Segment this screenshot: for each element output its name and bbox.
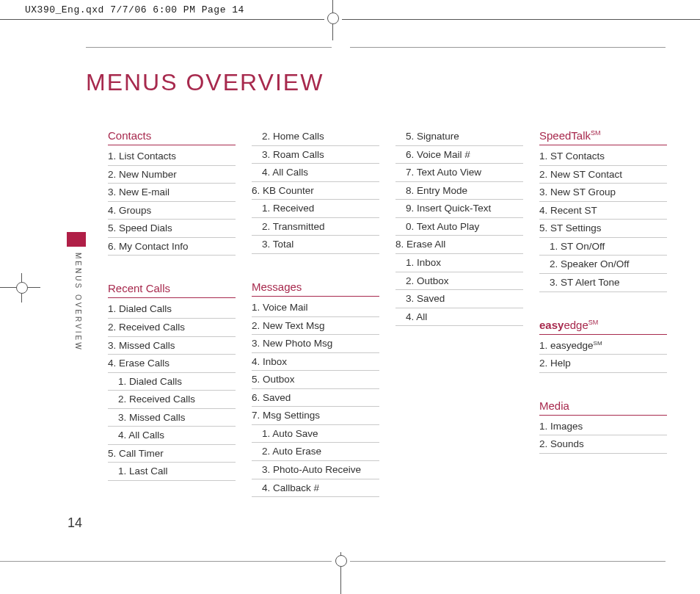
list-item: 5. Call Timer [108,445,236,463]
list-item: 2. Help [539,355,667,373]
easyedge-bold: easy [539,319,564,331]
list-subitem: 4. All [395,308,523,327]
list-subitem: 1. Dialed Calls [108,373,236,391]
easy-item-1-rest: edge [572,340,594,351]
page-bottom-rule-a [0,561,332,562]
list-item: 5. Speed Dials [108,220,236,238]
section-head-media: Media [539,398,667,416]
list-subitem: 8. Entry Mode [395,182,523,200]
registration-bottom-icon [332,552,350,594]
list-item: 6. Saved [252,389,379,408]
list-item: 1. Dialed Calls [108,300,236,319]
list-subitem: 3. Roam Calls [252,146,379,164]
column-2: 2. Home Calls 3. Roam Calls 4. All Calls… [252,128,379,540]
list-item: 8. Erase All [395,236,523,254]
easy-item-1-pre: 1. [539,340,550,351]
section-head-recent-calls: Recent Calls [108,280,236,298]
easyedge-rest: edge [564,319,588,331]
list-item: 5. ST Settings [539,220,667,238]
list-item: 1. easyedgeSM [539,337,667,355]
list-subitem: 2. Auto Erase [252,443,379,461]
list-subitem: 1. Received [252,200,379,218]
easy-item-1-sup: SM [594,339,602,346]
list-subitem: 4. Callback # [252,479,379,498]
list-item: 6. KB Counter [252,182,379,200]
speedtalk-label: SpeedTalk [539,129,591,142]
list-subitem: 2. Outbox [395,272,523,291]
list-item: 4. Groups [108,202,236,220]
list-item: 2. New ST Contact [539,166,667,184]
list-subitem: 1. ST On/Off [539,238,667,256]
page-body: MENUS OVERVIEW MENUS OVERVIEW 14 Contact… [86,47,666,547]
list-subitem: 9. Insert Quick-Text [395,200,523,218]
side-tab [67,232,86,247]
side-vertical-label: MENUS OVERVIEW [68,253,82,385]
section-head-contacts: Contacts [108,128,236,145]
registration-top-icon [324,0,342,40]
list-item: 2. Received Calls [108,319,236,337]
list-item: 1. Images [539,418,667,436]
list-item: 4. Inbox [252,353,379,372]
speedtalk-sup: SM [591,129,601,137]
list-subitem: 3. Missed Calls [108,409,236,427]
list-subitem: 3. Photo-Auto Receive [252,461,379,479]
list-subitem: 7. Text Auto View [395,164,523,182]
list-item: 2. Sounds [539,435,667,454]
list-item: 5. Outbox [252,371,379,389]
list-item: 3. New Photo Msg [252,335,379,353]
page-title: MENUS OVERVIEW [86,69,324,96]
page-number: 14 [68,515,82,531]
list-item: 3. New E-mail [108,184,236,202]
top-rule [0,19,700,20]
list-subitem: 4. All Calls [108,427,236,445]
list-subitem: 1. Auto Save [252,425,379,443]
list-item: 3. New ST Group [539,184,667,202]
easyedge-sup: SM [588,319,599,326]
list-subitem: 3. Saved [395,290,523,308]
list-subitem: 2. Received Calls [108,391,236,409]
list-item: 6. My Contact Info [108,238,236,256]
list-subitem: 1. Inbox [395,254,523,272]
section-head-speedtalk: SpeedTalkSM [539,128,667,145]
list-item: 1. List Contacts [108,148,236,166]
list-item: 1. ST Contacts [539,148,667,166]
list-item: 7. Msg Settings [252,407,379,425]
easy-item-1-bold: easy [550,340,572,351]
list-item: 4. Recent ST [539,202,667,220]
section-head-easyedge: easyedgeSM [539,317,667,335]
list-subitem: 3. Total [252,236,379,254]
list-subitem: 5. Signature [395,128,523,146]
page-bottom-rule-b [350,561,666,562]
list-subitem: 6. Voice Mail # [395,146,523,164]
list-item: 2. New Text Msg [252,317,379,336]
list-subitem: 0. Text Auto Play [395,218,523,236]
column-1: Contacts 1. List Contacts 2. New Number … [108,128,236,540]
list-item: 2. New Number [108,166,236,184]
list-item: 1. Voice Mail [252,299,379,317]
list-subitem: 3. ST Alert Tone [539,274,667,292]
section-head-messages: Messages [252,279,379,297]
columns: Contacts 1. List Contacts 2. New Number … [108,128,666,540]
list-item: 3. Missed Calls [108,337,236,355]
list-subitem: 2. Speaker On/Off [539,256,667,274]
list-subitem: 1. Last Call [108,463,236,481]
list-item: 4. Erase Calls [108,355,236,373]
list-subitem: 2. Home Calls [252,128,379,146]
list-subitem: 2. Transmitted [252,218,379,236]
prepress-slug: UX390_Eng.qxd 7/7/06 6:00 PM Page 14 [25,4,244,15]
list-subitem: 4. All Calls [252,164,379,182]
column-4: SpeedTalkSM 1. ST Contacts 2. New ST Con… [539,128,667,540]
column-3: 5. Signature 6. Voice Mail # 7. Text Aut… [395,128,523,540]
registration-left-icon [0,279,40,297]
